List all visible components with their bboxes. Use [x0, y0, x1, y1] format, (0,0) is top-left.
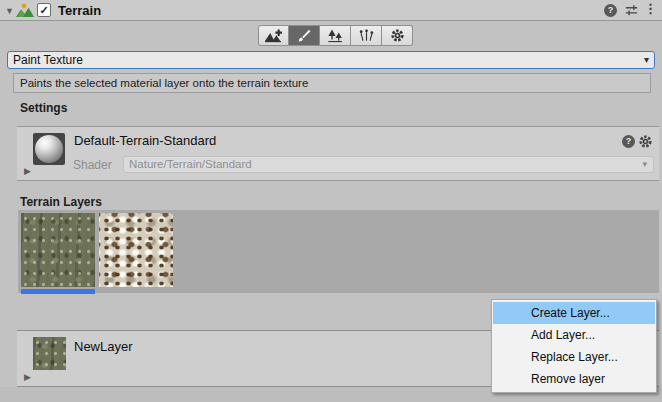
- dropdown-arrow-icon: ▾: [644, 52, 649, 68]
- dropdown-arrow-icon: ▾: [642, 157, 647, 172]
- component-foldout-icon[interactable]: ▼: [5, 6, 14, 16]
- help-icon[interactable]: ?: [604, 4, 617, 17]
- shader-value: Nature/Terrain/Standard: [129, 158, 252, 170]
- material-foldout-icon[interactable]: ▶: [24, 166, 31, 176]
- tool-terrain-settings-button[interactable]: [382, 25, 413, 46]
- tool-paint-terrain-button[interactable]: [289, 25, 320, 46]
- paint-mode-dropdown[interactable]: Paint Texture ▾: [7, 51, 655, 69]
- material-editor-box: Default-Terrain-Standard ▶ Shader Nature…: [17, 126, 659, 181]
- shader-label: Shader: [73, 158, 112, 172]
- selected-layer-indicator: [21, 289, 95, 294]
- settings-section-label: Settings: [20, 101, 67, 115]
- terrain-layer-gravel-thumbnail[interactable]: [99, 213, 173, 287]
- tool-description-text: Paints the selected material layer onto …: [20, 77, 308, 89]
- tool-description-box: Paints the selected material layer onto …: [13, 73, 651, 93]
- terrain-inspector: ▼ ✓ Terrain ? ⋮: [0, 0, 662, 402]
- terrain-layer-grass-thumbnail[interactable]: [21, 213, 95, 287]
- material-name: Default-Terrain-Standard: [74, 133, 216, 148]
- shader-dropdown[interactable]: Nature/Terrain/Standard ▾: [123, 156, 654, 173]
- presets-icon[interactable]: [624, 3, 639, 18]
- inspector-header: ▼ ✓ Terrain ? ⋮: [0, 0, 662, 21]
- layer-editor-foldout-icon[interactable]: ▶: [24, 372, 31, 382]
- terrain-layers-section-label: Terrain Layers: [20, 195, 102, 209]
- more-menu-icon[interactable]: ⋮: [644, 1, 656, 16]
- component-enabled-checkbox[interactable]: ✓: [37, 3, 51, 17]
- paint-mode-value: Paint Texture: [13, 53, 83, 67]
- material-preview-sphere[interactable]: [33, 133, 65, 165]
- menu-item-remove-layer[interactable]: Remove layer: [493, 368, 655, 390]
- component-title: Terrain: [58, 3, 101, 18]
- terrain-layers-palette: [18, 210, 659, 293]
- terrain-toolbar: [258, 25, 413, 46]
- layer-context-menu: Create Layer... Add Layer... Replace Lay…: [491, 299, 657, 393]
- menu-item-replace-layer[interactable]: Replace Layer...: [493, 346, 655, 368]
- menu-item-add-layer[interactable]: Add Layer...: [493, 324, 655, 346]
- material-help-icon[interactable]: ?: [622, 135, 635, 148]
- tool-create-neighbor-terrains-button[interactable]: [258, 25, 289, 46]
- tool-paint-trees-button[interactable]: [320, 25, 351, 46]
- menu-item-create-layer[interactable]: Create Layer...: [493, 302, 655, 324]
- terrain-component-icon: [16, 3, 34, 18]
- layer-editor-name: NewLayer: [74, 339, 133, 354]
- layer-editor-thumbnail[interactable]: [33, 337, 66, 370]
- tool-paint-details-button[interactable]: [351, 25, 382, 46]
- material-gear-icon[interactable]: [638, 134, 653, 149]
